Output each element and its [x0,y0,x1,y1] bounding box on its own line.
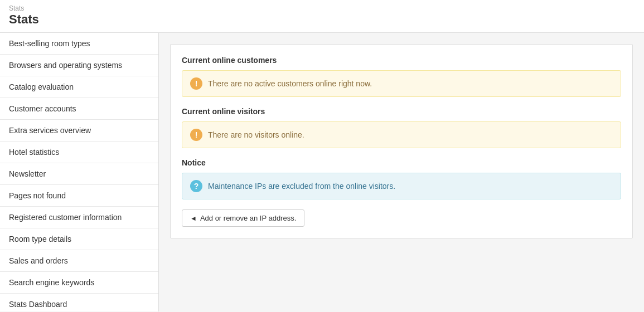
section-title-notice: Notice [182,158,621,167]
sidebar-item-pages-not-found[interactable]: Pages not found [0,185,158,207]
section-current-online-visitors: Current online visitors!There are no vis… [182,107,621,148]
main-content: Current online customers!There are no ac… [159,33,644,311]
sidebar: Best-selling room typesBrowsers and oper… [0,33,159,311]
sidebar-item-search-engine-keywords[interactable]: Search engine keywords [0,272,158,294]
add-remove-ip-button[interactable]: ◄Add or remove an IP address. [182,209,304,227]
sidebar-item-best-selling-room-types[interactable]: Best-selling room types [0,33,158,55]
warning-icon: ! [190,129,202,141]
sidebar-item-catalog-evaluation[interactable]: Catalog evaluation [0,76,158,98]
arrow-icon: ◄ [190,214,197,222]
sidebar-item-newsletter[interactable]: Newsletter [0,163,158,185]
section-notice: Notice?Maintenance IPs are excluded from… [182,158,621,199]
sidebar-item-registered-customer-information[interactable]: Registered customer information [0,207,158,228]
alert-text-current-online-customers: There are no active customers online rig… [208,79,372,88]
alert-notice: ?Maintenance IPs are excluded from the o… [182,173,621,199]
main-layout: Best-selling room typesBrowsers and oper… [0,33,644,311]
alert-current-online-customers: !There are no active customers online ri… [182,70,621,97]
page-header: Stats Stats [0,0,644,33]
breadcrumb: Stats [9,4,635,12]
sidebar-item-stats-dashboard[interactable]: Stats Dashboard [0,294,158,311]
sidebar-item-room-type-details[interactable]: Room type details [0,228,158,250]
section-title-current-online-customers: Current online customers [182,56,621,65]
sidebar-item-extra-services-overview[interactable]: Extra services overview [0,120,158,142]
alert-text-notice: Maintenance IPs are excluded from the on… [208,182,395,191]
section-title-current-online-visitors: Current online visitors [182,107,621,116]
sidebar-item-browsers-and-operating-systems[interactable]: Browsers and operating systems [0,55,158,76]
add-remove-ip-label: Add or remove an IP address. [200,214,296,222]
info-icon: ? [190,180,202,192]
sidebar-item-hotel-statistics[interactable]: Hotel statistics [0,142,158,163]
warning-icon: ! [190,77,202,90]
page-title: Stats [9,12,635,27]
sidebar-item-customer-accounts[interactable]: Customer accounts [0,98,158,120]
alert-text-current-online-visitors: There are no visitors online. [208,130,304,139]
sidebar-item-sales-and-orders[interactable]: Sales and orders [0,250,158,272]
alert-current-online-visitors: !There are no visitors online. [182,121,621,148]
section-current-online-customers: Current online customers!There are no ac… [182,56,621,97]
content-card: Current online customers!There are no ac… [170,44,633,238]
